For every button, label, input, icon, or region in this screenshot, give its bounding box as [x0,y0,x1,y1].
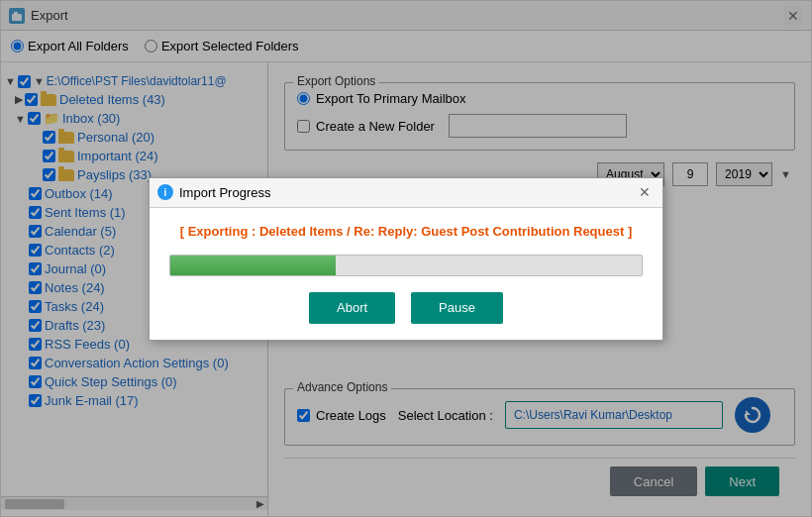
dialog-buttons: Abort Pause [169,292,643,324]
progress-dialog: i Import Progress ✕ [ Exporting : Delete… [149,177,663,341]
progress-bar-fill [170,256,336,275]
modal-overlay: i Import Progress ✕ [ Exporting : Delete… [1,1,811,516]
abort-button[interactable]: Abort [309,292,395,324]
dialog-body: [ Exporting : Deleted Items / Re: Reply:… [150,208,662,340]
dialog-title-bar: i Import Progress ✕ [150,178,662,208]
dialog-title: Import Progress [179,185,270,200]
main-window: Export ✕ Export All Folders Export Selec… [0,0,812,517]
progress-bar-container [169,255,643,276]
pause-button[interactable]: Pause [411,292,503,324]
dialog-icon: i [157,184,173,200]
export-status-text: [ Exporting : Deleted Items / Re: Reply:… [169,224,643,239]
dialog-close-button[interactable]: ✕ [635,182,655,202]
